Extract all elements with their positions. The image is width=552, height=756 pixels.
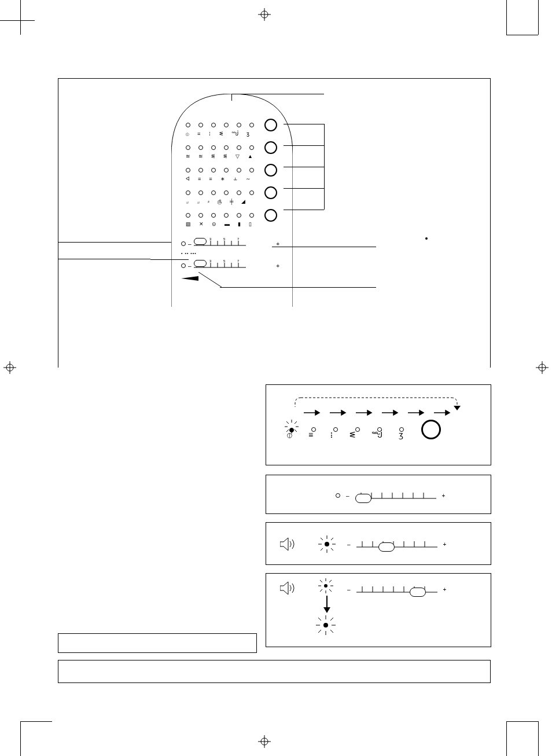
stitch-icon: ◢ — [241, 199, 245, 204]
stitch-grid: ⦶ ≡ ⫶ ᓬ ᙴ ʒ ≋ ≋ ᓬ ᓬ ▽ ▲ ᐊ ≡ ≡ ∗ ⥿ — [186, 119, 284, 227]
figure-c: – + — [266, 522, 491, 565]
stitch-icon: ᓬ — [223, 154, 227, 159]
stitch-led — [249, 190, 254, 195]
stitch-led — [333, 427, 338, 432]
crop-mark — [538, 0, 539, 35]
stitch-icon: ⦶ — [287, 432, 292, 438]
crop-mark — [506, 35, 538, 35]
stitch-led — [198, 123, 203, 127]
slider-led — [181, 241, 186, 246]
crop-target-bottom — [258, 735, 271, 748]
figure-d: – + — [266, 573, 491, 647]
callout-line — [284, 124, 324, 124]
svg-line-57 — [295, 421, 297, 424]
svg-line-90 — [320, 580, 322, 582]
stitch-led — [198, 190, 203, 195]
figure-b: – + — [266, 475, 491, 514]
crop-mark — [506, 721, 507, 756]
svg-text:7: 7 — [237, 237, 240, 241]
slider-2: – 1 3 5 7 + — [181, 259, 279, 284]
callout-line — [284, 145, 324, 146]
stitch-icon: ᙴ — [231, 131, 238, 137]
svg-text:3: 3 — [209, 237, 212, 241]
stitch-icon: ▽ — [235, 154, 240, 159]
stitch-led — [211, 168, 216, 173]
svg-marker-44 — [367, 410, 371, 415]
callout-line — [231, 94, 232, 101]
svg-line-56 — [295, 430, 297, 432]
stitch-led — [237, 190, 241, 195]
row-select-button[interactable] — [264, 209, 277, 222]
slider-knob[interactable] — [410, 588, 426, 597]
stitch-icon: ᙴ — [371, 432, 382, 438]
svg-point-105 — [323, 623, 328, 627]
stitch-led — [237, 145, 241, 150]
stitch-icon: ᓬ — [219, 131, 223, 137]
svg-marker-48 — [419, 410, 424, 415]
svg-marker-42 — [341, 410, 345, 415]
plus-icon: + — [443, 541, 447, 548]
svg-line-91 — [329, 589, 332, 592]
stitch-led — [237, 123, 241, 127]
stitch-icon: ⊝ — [212, 222, 216, 227]
slider-knob[interactable] — [194, 238, 207, 245]
stitch-icon: ▯ — [249, 222, 252, 227]
stitch-icon: ∼ — [246, 177, 251, 182]
stitch-led — [355, 427, 360, 432]
slider-knob[interactable] — [378, 542, 395, 552]
speaker-icon — [280, 582, 296, 597]
stitch-led — [224, 123, 229, 127]
callout-line — [284, 188, 324, 189]
stitch-led — [249, 145, 254, 150]
row-select-button[interactable] — [264, 141, 277, 154]
crop-mark — [538, 721, 539, 756]
stitch-led — [224, 213, 229, 218]
stitch-led — [249, 213, 254, 218]
crop-mark — [506, 721, 538, 722]
svg-marker-85 — [280, 582, 288, 594]
minus-icon: – — [347, 586, 351, 593]
stitch-led — [224, 190, 229, 195]
stitch-led — [211, 190, 216, 195]
svg-marker-38 — [454, 406, 461, 410]
row-select-button[interactable] — [264, 164, 277, 177]
row-select-button[interactable] — [264, 119, 277, 131]
row-select-button[interactable] — [264, 186, 277, 199]
svg-marker-46 — [393, 410, 398, 415]
stitch-icon: ▮ — [238, 222, 241, 227]
figure-a: ⦶ ≡ ⫶ ᓬ ᙴ ʒ — [266, 384, 491, 465]
cycle-button[interactable] — [421, 420, 441, 439]
svg-line-73 — [331, 548, 333, 551]
svg-line-74 — [331, 538, 333, 540]
stitch-icon: ⟓ — [197, 199, 200, 204]
stitch-led — [249, 168, 254, 173]
stitch-led — [211, 123, 216, 127]
stitch-icon: ▬ — [225, 222, 230, 227]
minus-icon: – — [347, 541, 351, 548]
footer-box-1 — [58, 633, 257, 653]
callout-dot — [425, 237, 428, 240]
stitch-led — [186, 145, 190, 150]
slider-1: – 1 3 5 7 + ▪ ▪▪ ▪▪▪ — [181, 237, 279, 255]
crop-mark — [506, 0, 507, 35]
stitch-led — [198, 213, 203, 218]
crop-mark — [0, 20, 35, 21]
svg-marker-36 — [181, 276, 198, 281]
slider-knob[interactable] — [194, 260, 207, 267]
stitch-icon: ▨ — [186, 222, 191, 227]
stitch-icon: ⥿ — [233, 177, 238, 182]
stitch-icon: ✕ — [199, 222, 204, 227]
flash-led-bottom-icon — [316, 615, 336, 637]
stitch-led — [186, 190, 190, 195]
svg-point-76 — [325, 542, 329, 546]
svg-marker-67 — [280, 538, 288, 551]
stitch-icon: ▲ — [248, 154, 253, 159]
slider-knob[interactable] — [355, 494, 371, 503]
slider-led — [181, 263, 186, 268]
stitch-led — [211, 145, 216, 150]
arrow-down-icon — [323, 596, 331, 615]
stitch-icon: ⟓ — [186, 199, 189, 204]
stitch-icon: ᓬ — [349, 432, 355, 438]
stitch-icon: ⸗ — [208, 199, 209, 204]
svg-line-92 — [329, 580, 332, 582]
